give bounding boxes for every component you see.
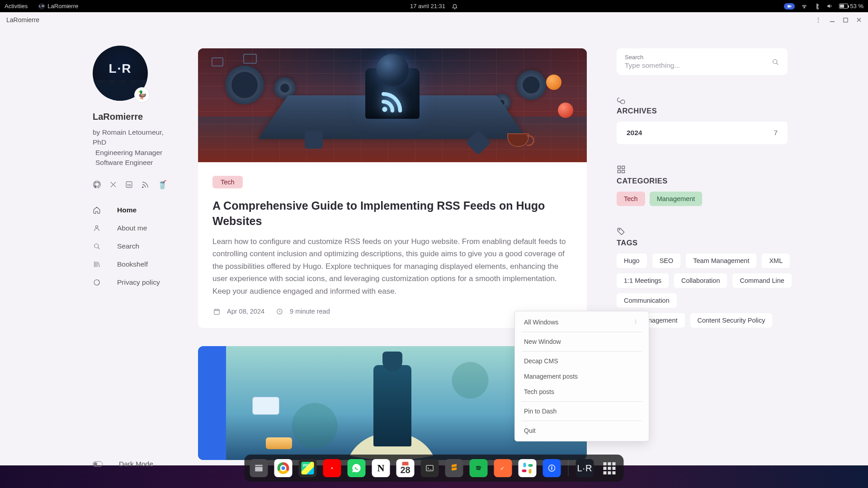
user-icon: [93, 224, 101, 232]
avatar[interactable]: L·R 🦆: [93, 46, 148, 101]
bluetooth-icon[interactable]: [814, 3, 820, 9]
svg-rect-9: [214, 309, 219, 314]
search-box[interactable]: Search: [617, 48, 788, 75]
ctx-item[interactable]: Decap CMS: [515, 353, 649, 369]
window-close-icon[interactable]: [856, 17, 862, 23]
dock-laromierre-icon[interactable]: L·R: [576, 459, 594, 477]
bookshelf-icon: [93, 260, 101, 268]
tag-chip[interactable]: Communication: [617, 293, 677, 308]
dock-postman-icon[interactable]: [494, 459, 512, 477]
dock-terminal-icon[interactable]: [421, 459, 439, 477]
topbar-app-name: LaRomierre: [47, 3, 78, 9]
tag-chip[interactable]: Command Line: [732, 273, 791, 288]
dock-youtube-icon[interactable]: [323, 459, 341, 477]
dock-notion-icon[interactable]: N: [372, 459, 390, 477]
svg-rect-19: [426, 465, 433, 471]
notifications-icon[interactable]: [452, 3, 458, 9]
search-icon[interactable]: [771, 58, 779, 66]
calendar-icon: [212, 307, 221, 315]
dock-sublime-icon[interactable]: [445, 459, 463, 477]
ctx-pin[interactable]: Pin to Dash: [515, 404, 649, 419]
nav-bookshelf[interactable]: Bookshelf: [93, 260, 172, 268]
search-input[interactable]: [625, 61, 771, 70]
toggle-icon: [93, 461, 103, 467]
category-tech[interactable]: Tech: [617, 192, 645, 206]
svg-point-4: [142, 187, 143, 188]
archives-heading: ARCHIVES: [617, 107, 868, 115]
tag-chip[interactable]: Team Management: [686, 253, 756, 268]
buymeacoffee-icon[interactable]: 🥤: [157, 180, 167, 190]
category-management[interactable]: Management: [650, 192, 703, 206]
ctx-new-window[interactable]: New Window: [515, 334, 649, 349]
ctx-all-windows[interactable]: All Windows 〉: [515, 314, 649, 330]
tag-chip[interactable]: SEO: [652, 253, 681, 268]
x-twitter-icon[interactable]: [109, 181, 117, 188]
site-byline: by Romain Letourneur, PhD Engineering Ma…: [93, 127, 172, 168]
svg-point-5: [95, 225, 98, 228]
window-menu-icon[interactable]: ⋮: [815, 16, 821, 23]
nav-search[interactable]: Search: [93, 242, 172, 250]
ctx-label: All Windows: [524, 319, 558, 326]
volume-icon[interactable]: [826, 3, 833, 9]
wifi-icon[interactable]: [801, 3, 807, 9]
tag-chip[interactable]: XML: [762, 253, 790, 268]
post-excerpt: Learn how to configure and customize RSS…: [212, 235, 572, 298]
nav-about[interactable]: About me: [93, 224, 172, 232]
topbar-datetime[interactable]: 17 avril 21:31: [410, 3, 445, 9]
linkedin-icon[interactable]: [125, 181, 133, 188]
clock-icon: [275, 307, 283, 315]
nav-privacy[interactable]: Privacy policy: [93, 278, 172, 286]
ctx-label: Decap CMS: [524, 357, 558, 365]
ctx-quit[interactable]: Quit: [515, 423, 649, 438]
dock-1password-icon[interactable]: [543, 459, 561, 477]
nav-home[interactable]: Home: [93, 206, 172, 214]
dock-files-icon[interactable]: [250, 459, 268, 477]
svg-point-6: [94, 244, 99, 248]
svg-rect-2: [844, 18, 848, 22]
tag-chip[interactable]: Hugo: [617, 253, 647, 268]
window-titlebar: LaRomierre ⋮: [0, 12, 868, 28]
battery-indicator[interactable]: 53 %: [839, 3, 863, 9]
home-icon: [93, 206, 101, 214]
github-icon[interactable]: [93, 180, 101, 189]
window-minimize-icon[interactable]: [830, 17, 835, 23]
dark-mode-toggle[interactable]: Dark Mode: [93, 460, 172, 468]
svg-rect-15: [622, 170, 625, 173]
nav-label: Privacy policy: [117, 278, 160, 286]
tag-chip[interactable]: 1:1 Meetings: [617, 273, 669, 288]
nav-label: About me: [117, 224, 147, 232]
search-icon: [93, 242, 101, 250]
svg-rect-18: [255, 467, 263, 471]
dock-slack-icon[interactable]: [519, 459, 537, 477]
post-tag[interactable]: Tech: [212, 176, 243, 188]
nav-list: Home About me Search Bookshelf Privacy p…: [93, 206, 172, 286]
dock-calendar-icon[interactable]: 28: [396, 459, 415, 477]
dock-separator: [568, 460, 569, 476]
topbar-app-indicator[interactable]: L·R LaRomierre: [38, 3, 78, 9]
rss-icon[interactable]: [141, 181, 149, 189]
archives-section: ARCHIVES 2024 7: [617, 96, 868, 144]
post-title: A Comprehensive Guide to Implementing RS…: [212, 198, 572, 229]
archive-year[interactable]: 2024 7: [617, 122, 788, 144]
nav-label: Home: [117, 206, 137, 214]
dock-pycharm-icon[interactable]: [299, 459, 317, 477]
ctx-label: Pin to Dash: [524, 408, 557, 415]
post-card[interactable]: Tech A Comprehensive Guide to Implementi…: [198, 48, 587, 328]
nav-label: Search: [117, 242, 139, 250]
dock-chrome-icon[interactable]: [274, 459, 292, 477]
window-maximize-icon[interactable]: [843, 18, 848, 23]
byline-author: by Romain Letourneur, PhD: [93, 127, 172, 148]
dock-apps-icon[interactable]: [600, 459, 618, 477]
ctx-item[interactable]: Management posts: [515, 369, 649, 384]
dock-whatsapp-icon[interactable]: [348, 459, 366, 477]
archive-year-label: 2024: [627, 129, 642, 137]
nav-label: Bookshelf: [117, 260, 148, 268]
site-sidebar: L·R 🦆 LaRomierre by Romain Letourneur, P…: [0, 28, 172, 488]
dock-spotify-icon[interactable]: [470, 459, 488, 477]
activities-button[interactable]: Activities: [5, 3, 28, 9]
recording-indicator-icon[interactable]: [784, 3, 795, 9]
svg-rect-24: [552, 466, 552, 470]
tag-chip[interactable]: Collaboration: [674, 273, 727, 288]
tag-chip[interactable]: Content Security Policy: [690, 313, 773, 328]
ctx-item[interactable]: Tech posts: [515, 384, 649, 399]
